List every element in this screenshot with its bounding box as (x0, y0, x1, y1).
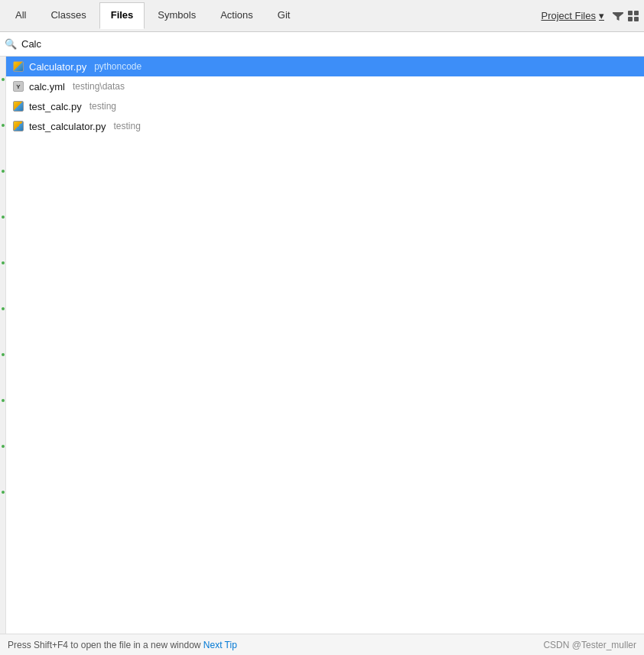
search-icon: 🔍 (5, 38, 17, 50)
main-content: Calculator.py pythoncode Y calc.yml test… (0, 57, 644, 634)
tab-bar: All Classes Files Symbols Actions Git Pr… (0, 0, 644, 32)
svg-rect-0 (628, 11, 633, 15)
file-location-testcalc: testing (89, 101, 116, 112)
file-icon-calculator (12, 60, 24, 73)
python-icon-3 (13, 121, 24, 131)
yaml-icon: Y (13, 81, 24, 92)
file-list: Calculator.py pythoncode Y calc.yml test… (6, 57, 644, 634)
file-item-testcalculator[interactable]: test_calculator.py testing (6, 116, 644, 136)
file-icon-testcalc (12, 100, 24, 112)
tab-symbols[interactable]: Symbols (146, 2, 207, 29)
side-marker-6 (2, 307, 5, 310)
side-marker-1 (2, 78, 5, 81)
file-item-calcyml[interactable]: Y calc.yml testing\datas (6, 76, 644, 96)
tab-all[interactable]: All (4, 2, 37, 29)
svg-rect-3 (634, 17, 639, 21)
side-marker-7 (2, 353, 5, 356)
tab-actions[interactable]: Actions (209, 2, 265, 29)
file-icon-calcyml: Y (12, 80, 24, 92)
next-tip-button[interactable]: Next Tip (203, 640, 237, 650)
tab-classes[interactable]: Classes (39, 2, 97, 29)
chevron-down-icon: ▾ (599, 10, 604, 21)
filter-icon[interactable] (610, 8, 626, 24)
file-name-calcyml: calc.yml (29, 81, 65, 92)
project-files-button[interactable]: Project Files ▾ (535, 7, 610, 24)
python-icon (13, 61, 24, 72)
watermark: CSDN @Tester_muller (543, 640, 636, 650)
file-item-calculator[interactable]: Calculator.py pythoncode (6, 57, 644, 76)
side-marker-5 (2, 261, 5, 264)
python-icon-2 (13, 101, 24, 112)
file-location-calcyml: testing\datas (73, 81, 125, 92)
side-strip (0, 57, 6, 634)
svg-rect-1 (634, 11, 639, 15)
file-item-testcalc[interactable]: test_calc.py testing (6, 96, 644, 116)
side-marker-9 (2, 445, 5, 448)
side-marker-4 (2, 216, 5, 219)
file-name-testcalc: test_calc.py (29, 101, 82, 112)
side-marker-10 (2, 491, 5, 494)
svg-rect-2 (628, 17, 633, 21)
file-name-testcalculator: test_calculator.py (29, 121, 106, 132)
search-bar: 🔍 (0, 32, 644, 57)
layout-icon[interactable] (626, 8, 641, 24)
side-marker-3 (2, 170, 5, 173)
status-hint: Press Shift+F4 to open the file in a new… (8, 640, 237, 650)
tab-files[interactable]: Files (99, 2, 145, 29)
tab-git[interactable]: Git (266, 2, 302, 29)
project-files-label: Project Files (541, 10, 596, 21)
file-name-calculator: Calculator.py (29, 61, 86, 73)
status-bar: Press Shift+F4 to open the file in a new… (0, 634, 644, 655)
side-marker-2 (2, 124, 5, 127)
search-input[interactable] (21, 38, 639, 50)
file-location-testcalculator: testing (113, 121, 140, 131)
side-marker-8 (2, 399, 5, 402)
content-area: Calculator.py pythoncode Y calc.yml test… (6, 57, 644, 634)
file-location-calculator: pythoncode (94, 61, 141, 72)
file-icon-testcalculator (12, 120, 24, 132)
hint-text: Press Shift+F4 to open the file in a new… (8, 640, 200, 650)
